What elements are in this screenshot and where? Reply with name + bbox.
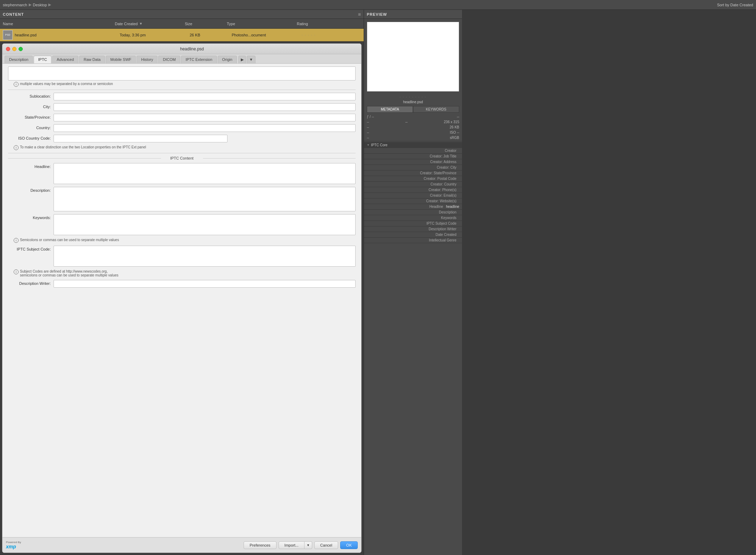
ok-button[interactable]: OK bbox=[340, 541, 358, 549]
iptc-item-creator: Creator bbox=[364, 148, 462, 154]
iptc-core-header[interactable]: ▼ IPTC Core bbox=[364, 142, 462, 148]
iptc-item-headline: Headline headline bbox=[364, 204, 462, 210]
description-textarea[interactable] bbox=[54, 187, 356, 211]
sublocation-label: Sublocation: bbox=[8, 93, 54, 98]
preferences-button[interactable]: Preferences bbox=[244, 541, 276, 549]
tab-advanced[interactable]: Advanced bbox=[52, 56, 78, 63]
tab-iptc-extension[interactable]: IPTC Extension bbox=[181, 56, 217, 63]
meta-divider bbox=[364, 141, 462, 141]
breadcrumb-user[interactable]: stephenmarch bbox=[3, 3, 27, 7]
sort-label: Sort by Date Created bbox=[717, 3, 753, 7]
sort-bar: Sort by Date Created bbox=[717, 3, 753, 7]
iptc-item-creator-phone: Creator: Phone(s) bbox=[364, 187, 462, 193]
info-icon-4: i bbox=[14, 269, 19, 274]
dialog-titlebar: headline.psd bbox=[2, 44, 361, 54]
import-dropdown-button[interactable]: ▼ bbox=[304, 541, 312, 549]
iso-country-input[interactable] bbox=[54, 135, 227, 142]
iptc-item-creator-website: Creator: Website(s) bbox=[364, 198, 462, 204]
preview-title: PREVIEW bbox=[367, 12, 387, 16]
metadata-dialog: headline.psd Description IPTC Advanced R… bbox=[2, 43, 362, 553]
info-icon-3: i bbox=[14, 238, 19, 243]
description-writer-input[interactable] bbox=[54, 280, 356, 288]
state-label: State/Province: bbox=[8, 114, 54, 119]
headline-textarea[interactable] bbox=[54, 163, 356, 184]
tab-origin[interactable]: Origin bbox=[218, 56, 237, 63]
meta-row-3: -- ISO -- bbox=[364, 130, 462, 135]
iptc-item-description: Description bbox=[364, 210, 462, 215]
tab-history[interactable]: History bbox=[136, 56, 158, 63]
file-rating: · · · · · bbox=[302, 33, 344, 37]
iptc-item-creator-email: Creator: Email(s) bbox=[364, 193, 462, 198]
divider-2 bbox=[8, 153, 356, 153]
keywords-textarea[interactable] bbox=[54, 214, 356, 235]
country-input[interactable] bbox=[54, 124, 356, 132]
preview-dots: · · · · · · · · · bbox=[367, 95, 459, 99]
iptc-subject-group: IPTC Subject Code: bbox=[8, 246, 356, 267]
breadcrumb-location[interactable]: Desktop bbox=[33, 3, 47, 7]
file-row[interactable]: PSD headline.psd Today, 3:36 pm 26 KB Ph… bbox=[0, 29, 364, 41]
breadcrumb: stephenmarch ▶ Desktop ▶ bbox=[3, 2, 51, 7]
tab-more-button[interactable]: ▶ bbox=[238, 56, 246, 63]
tab-mobile-swf[interactable]: Mobile SWF bbox=[106, 56, 136, 63]
headline-label: Headline: bbox=[8, 163, 54, 169]
description-group: Description: bbox=[8, 187, 356, 211]
traffic-lights bbox=[6, 47, 23, 51]
tab-iptc[interactable]: IPTC bbox=[34, 56, 51, 63]
top-textarea[interactable] bbox=[8, 66, 356, 80]
meta-row-2: -- 26 KB bbox=[364, 125, 462, 130]
meta-tab-metadata[interactable]: METADATA bbox=[367, 106, 413, 113]
sublocation-group: Sublocation: bbox=[8, 93, 356, 100]
content-menu-icon[interactable]: ≡ bbox=[358, 12, 361, 17]
headline-group: Headline: bbox=[8, 163, 356, 184]
sort-arrow-icon: ▼ bbox=[139, 22, 142, 26]
col-header-size[interactable]: Size bbox=[185, 22, 227, 26]
close-button[interactable] bbox=[6, 47, 10, 51]
iptc-item-creator-city: Creator: City bbox=[364, 165, 462, 170]
info-note-1: i multiple values may be separated by a … bbox=[14, 82, 356, 87]
col-header-name[interactable]: Name bbox=[3, 22, 115, 26]
iptc-item-subject-code: IPTC Subject Code bbox=[364, 221, 462, 226]
iptc-item-creator-postal: Creator: Postal Code bbox=[364, 176, 462, 182]
maximize-button[interactable] bbox=[19, 47, 23, 51]
cancel-button[interactable]: Cancel bbox=[314, 541, 338, 549]
minimize-button[interactable] bbox=[12, 47, 16, 51]
tab-dropdown-button[interactable]: ▼ bbox=[247, 56, 255, 63]
subject-code-note: i Subject Codes are defined at http://ww… bbox=[14, 269, 356, 277]
meta-tab-keywords[interactable]: KEYWORDS bbox=[413, 106, 459, 113]
col-header-rating[interactable]: Rating bbox=[297, 22, 339, 26]
import-button-group: Import... ▼ bbox=[279, 541, 312, 549]
top-navigation-bar: stephenmarch ▶ Desktop ▶ Sort by Date Cr… bbox=[0, 0, 756, 10]
iptc-item-creator-address: Creator: Address bbox=[364, 159, 462, 165]
import-button[interactable]: Import... bbox=[279, 541, 304, 549]
file-type: Photosho...ocument bbox=[232, 33, 302, 37]
content-header: CONTENT ≡ bbox=[0, 10, 364, 19]
description-writer-group: Description Writer: bbox=[8, 280, 356, 288]
tab-dicom[interactable]: DICOM bbox=[158, 56, 180, 63]
meta-row-dimensions: -- -- 236 x 315 bbox=[364, 119, 462, 125]
footer-buttons: Preferences Import... ▼ Cancel OK bbox=[244, 541, 358, 549]
state-group: State/Province: bbox=[8, 114, 356, 121]
city-group: City: bbox=[8, 103, 356, 111]
tab-bar: Description IPTC Advanced Raw Data Mobil… bbox=[2, 54, 361, 64]
file-name: headline.psd bbox=[15, 33, 120, 37]
powered-by-label: Powered By bbox=[6, 541, 21, 544]
divider-1 bbox=[8, 90, 356, 90]
xmp-brand: xmp bbox=[6, 544, 21, 549]
col-header-date[interactable]: Date Created ▼ bbox=[115, 22, 185, 26]
xmp-logo: Powered By xmp bbox=[6, 541, 21, 549]
meta-row-4: -- sRGB bbox=[364, 135, 462, 140]
iptc-content-header: IPTC Content bbox=[8, 156, 356, 160]
sublocation-input[interactable] bbox=[54, 93, 356, 100]
description-label: Description: bbox=[8, 187, 54, 192]
country-group: Country: bbox=[8, 124, 356, 132]
iptc-subject-textarea[interactable] bbox=[54, 246, 356, 267]
meta-row-0: ƒ / -- -- bbox=[364, 114, 462, 119]
dialog-title: headline.psd bbox=[26, 47, 358, 51]
tab-raw-data[interactable]: Raw Data bbox=[79, 56, 105, 63]
state-input[interactable] bbox=[54, 114, 356, 121]
country-label: Country: bbox=[8, 124, 54, 130]
tab-description[interactable]: Description bbox=[5, 56, 33, 63]
col-header-type[interactable]: Type bbox=[227, 22, 297, 26]
city-input[interactable] bbox=[54, 103, 356, 111]
iptc-item-intellectual-genre: Intellectual Genre bbox=[364, 238, 462, 243]
